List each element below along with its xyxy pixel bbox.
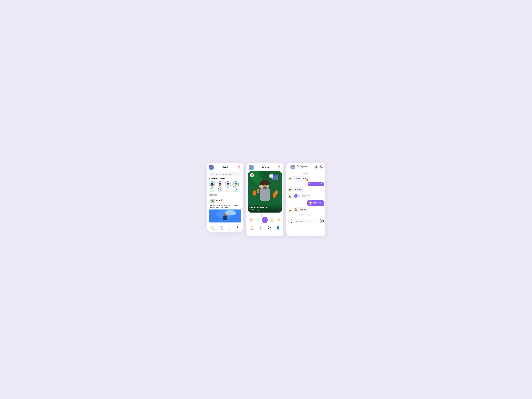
post-image-svg [209, 209, 241, 223]
waveform [298, 194, 306, 197]
search-bar: 🔍 [209, 172, 241, 176]
heart-icon: 🤍 [270, 175, 272, 177]
microphone-button[interactable]: 🎤 [320, 219, 324, 223]
match-wade[interactable]: 🧑🏿 Wade 90% [209, 181, 215, 192]
voice-duration: 2:00 [307, 195, 310, 197]
svg-point-21 [266, 181, 270, 185]
msg-avatar-1: 👨 [288, 177, 291, 180]
waveform-bar [301, 194, 301, 197]
chat-user-avatar: 👨 [290, 165, 295, 169]
sticker-subtitle: Sticker question [313, 203, 322, 205]
svg-rect-15 [260, 188, 270, 201]
feed-dnav-icon: 📡 [259, 226, 262, 229]
card-thumbnail: 🌿 [272, 175, 278, 180]
msg-bubble-2: I am fine, and you? [308, 182, 324, 186]
pass-button[interactable]: ✕ [249, 217, 253, 223]
svg-rect-5 [223, 217, 227, 220]
nav-discover[interactable]: 🧭 Discover [210, 226, 215, 230]
discover-notification-button[interactable]: 🔔 [277, 165, 281, 170]
discover-card: ✕ 🤍 🌿 Marko Yansen, 25 📍 8 km away [248, 171, 282, 212]
screen-chat: ‹ 👨 Marko Yansen Feeling lazy 📹 📞 [286, 163, 325, 236]
instagram-icon [221, 200, 222, 201]
play-button[interactable]: ▶ [294, 194, 298, 198]
post-avatar: 🌿 [210, 199, 215, 203]
chat-dnav-icon: 💬 [268, 226, 271, 229]
account-dnav-icon: 👤 [277, 226, 279, 229]
discover-user-avatar[interactable]: 🌿 [249, 165, 254, 170]
waveform-bar [301, 195, 301, 197]
msg-row-voice: 👨 ▶ [288, 193, 324, 199]
harry-avatar: 👨🏻 [225, 182, 231, 187]
dnav-feed[interactable]: 📡 Feed [257, 226, 264, 230]
search-icon: 🔍 [211, 173, 213, 175]
cooper-avatar: 🧑🏻 [217, 182, 223, 187]
feed-header: 🌿 Feed 🔔 [207, 163, 243, 171]
status-dot [297, 167, 297, 168]
screens-container: 🌿 Feed 🔔 🔍 Match's Snapchat 🧑🏿 Wade 90% [207, 163, 325, 236]
dnav-discover-label: Discover [250, 229, 254, 230]
boost-button[interactable]: 🔍 [262, 217, 268, 223]
discover-notif-dot [279, 166, 280, 167]
cooper-ring: 🧑🏻 [217, 181, 223, 187]
undo-button[interactable]: ↩ [255, 217, 260, 223]
video-call-button[interactable]: 📹 [314, 165, 318, 169]
typing-dot-3 [312, 215, 313, 215]
discover-title: Discover [260, 166, 270, 169]
match-joseph[interactable]: 👨 Joseph 88% [232, 181, 239, 192]
reaction-heart: ❤️ [306, 179, 309, 181]
joseph-avatar: 👨 [233, 182, 238, 187]
wade-avatar: 🧑🏿 [209, 182, 215, 187]
dislike-button[interactable]: ✕ [250, 173, 254, 177]
feed-user-avatar[interactable]: 🌿 [209, 165, 214, 170]
discover-nav-icon: 🧭 [211, 226, 214, 228]
add-attachment-button[interactable]: + [288, 219, 292, 223]
snapchat-row: 🧑🏿 Wade 90% 🧑🏻 Cooper 75% 👨🏻 Harry 64% [207, 181, 243, 194]
date-divider: Today [303, 173, 309, 175]
waveform-bar [304, 195, 304, 197]
nav-chat[interactable]: 💬 Chat [228, 226, 230, 230]
discover-bottom-nav: 🧭 Discover 📡 Feed 💬 Chat 👤 Account [247, 225, 283, 231]
typing-dots [310, 215, 313, 215]
dnav-account[interactable]: 👤 Account [275, 226, 281, 230]
post-menu-button[interactable]: ⋮ [238, 200, 240, 202]
search-input[interactable] [214, 173, 239, 175]
notification-dot [239, 166, 241, 167]
match-harry[interactable]: 👨🏻 Harry 64% [225, 181, 231, 192]
dnav-chat[interactable]: 💬 Chat [266, 226, 272, 230]
svg-point-10 [253, 190, 256, 196]
post-image [209, 209, 241, 223]
joseph-pct: 88% [233, 190, 238, 192]
dnav-discover[interactable]: 🧭 Discover [249, 226, 255, 230]
back-icon: ‹ [288, 166, 289, 168]
phone-call-button[interactable]: 📞 [319, 165, 323, 169]
joseph-name: Joseph [233, 188, 238, 190]
like-button-action[interactable]: 💛 [276, 217, 281, 223]
msg-bubble-3: I am fine too [292, 187, 304, 192]
svg-point-4 [224, 214, 226, 216]
svg-point-2 [225, 210, 236, 215]
sticker-content: Movie date? Sticker question [313, 201, 322, 205]
svg-point-11 [257, 189, 259, 193]
gold-heart-icon: 💛 [277, 219, 280, 221]
notification-button[interactable]: 🔔 [237, 165, 241, 170]
chat-messages: Today 👨 Hey, how are you? ❤️ I am fine, … [286, 171, 325, 218]
superlike-button[interactable]: ⭐ [270, 217, 274, 223]
post-header: 🌿 Marko @letitbee • 10h ago [209, 197, 241, 204]
card-name: Marko Yansen, 25 [250, 206, 280, 209]
waveform-bar [305, 195, 305, 196]
chat-user-info: Marko Yansen Feeling lazy [297, 165, 313, 169]
feed-title: Feed [214, 166, 237, 169]
snapchat-section-title: Match's Snapchat [207, 178, 243, 181]
match-cooper[interactable]: 🧑🏻 Cooper 75% [217, 181, 223, 192]
waveform-bar [302, 195, 303, 197]
nav-feed[interactable]: 📡 Feed [220, 226, 223, 230]
chat-input[interactable] [293, 219, 318, 223]
nav-account[interactable]: 👤 Account [235, 226, 240, 230]
sticker-bubble: 🍿 Movie date? Sticker question [307, 200, 324, 206]
waveform-bar [299, 195, 299, 197]
voice-bubble[interactable]: ▶ [292, 193, 311, 199]
location-icon: 📍 [250, 209, 252, 211]
account-nav-icon: 👤 [236, 226, 239, 228]
waveform-bar [302, 195, 302, 197]
back-button[interactable]: ‹ [288, 166, 289, 168]
